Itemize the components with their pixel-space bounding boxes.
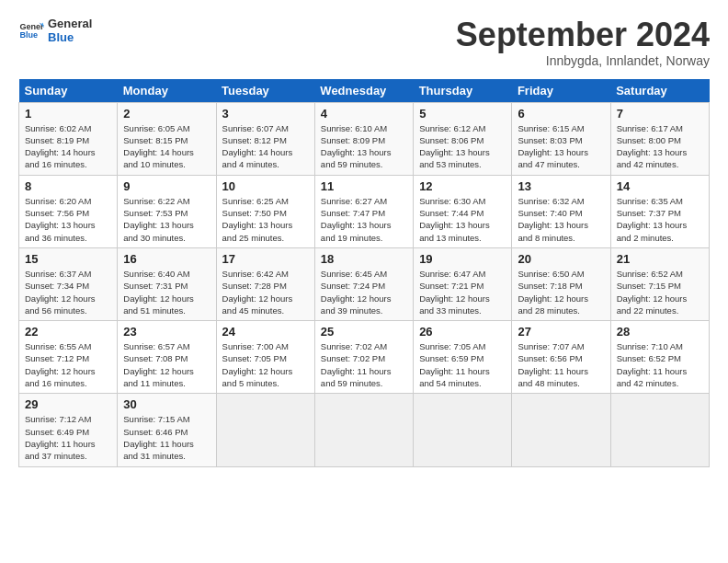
day-info: Sunrise: 6:42 AMSunset: 7:28 PMDaylight:… bbox=[222, 268, 309, 316]
col-thursday: Thursday bbox=[414, 79, 512, 103]
day-number: 16 bbox=[123, 252, 210, 266]
table-row: 27Sunrise: 7:07 AMSunset: 6:56 PMDayligh… bbox=[512, 321, 610, 394]
col-monday: Monday bbox=[118, 79, 216, 103]
day-info: Sunrise: 6:12 AMSunset: 8:06 PMDaylight:… bbox=[419, 122, 506, 171]
table-row: 26Sunrise: 7:05 AMSunset: 6:59 PMDayligh… bbox=[414, 321, 512, 394]
day-info: Sunrise: 6:17 AMSunset: 8:00 PMDaylight:… bbox=[617, 122, 703, 171]
table-row: 29Sunrise: 7:12 AMSunset: 6:49 PMDayligh… bbox=[19, 394, 118, 466]
day-info: Sunrise: 6:50 AMSunset: 7:18 PMDaylight:… bbox=[518, 268, 604, 316]
day-number: 20 bbox=[518, 252, 604, 266]
col-tuesday: Tuesday bbox=[216, 79, 314, 103]
table-row: 18Sunrise: 6:45 AMSunset: 7:24 PMDayligh… bbox=[314, 247, 413, 320]
table-row: 8Sunrise: 6:20 AMSunset: 7:56 PMDaylight… bbox=[19, 175, 118, 247]
table-row: 16Sunrise: 6:40 AMSunset: 7:31 PMDayligh… bbox=[118, 247, 216, 320]
table-row: 19Sunrise: 6:47 AMSunset: 7:21 PMDayligh… bbox=[414, 247, 512, 320]
day-info: Sunrise: 6:52 AMSunset: 7:15 PMDaylight:… bbox=[617, 268, 703, 316]
day-number: 6 bbox=[518, 107, 604, 121]
day-number: 24 bbox=[222, 325, 309, 339]
day-info: Sunrise: 7:15 AMSunset: 6:46 PMDaylight:… bbox=[123, 413, 210, 462]
col-sunday: Sunday bbox=[19, 79, 118, 103]
table-row bbox=[216, 394, 314, 466]
table-row: 30Sunrise: 7:15 AMSunset: 6:46 PMDayligh… bbox=[118, 394, 216, 466]
table-row: 5Sunrise: 6:12 AMSunset: 8:06 PMDaylight… bbox=[414, 102, 512, 175]
day-info: Sunrise: 6:32 AMSunset: 7:40 PMDaylight:… bbox=[518, 195, 604, 244]
day-info: Sunrise: 6:02 AMSunset: 8:19 PMDaylight:… bbox=[25, 122, 111, 171]
title-area: September 2024 Innbygda, Innlandet, Norw… bbox=[456, 17, 710, 68]
day-number: 21 bbox=[617, 252, 703, 266]
day-number: 29 bbox=[25, 397, 111, 411]
table-row: 17Sunrise: 6:42 AMSunset: 7:28 PMDayligh… bbox=[216, 247, 314, 320]
day-info: Sunrise: 6:55 AMSunset: 7:12 PMDaylight:… bbox=[25, 340, 111, 389]
table-row: 22Sunrise: 6:55 AMSunset: 7:12 PMDayligh… bbox=[19, 321, 118, 394]
table-row: 9Sunrise: 6:22 AMSunset: 7:53 PMDaylight… bbox=[118, 175, 216, 247]
day-number: 3 bbox=[222, 107, 309, 121]
day-number: 2 bbox=[123, 107, 210, 121]
table-row: 14Sunrise: 6:35 AMSunset: 7:37 PMDayligh… bbox=[610, 175, 709, 247]
day-info: Sunrise: 6:30 AMSunset: 7:44 PMDaylight:… bbox=[419, 195, 506, 244]
day-info: Sunrise: 6:35 AMSunset: 7:37 PMDaylight:… bbox=[617, 195, 703, 244]
table-row: 15Sunrise: 6:37 AMSunset: 7:34 PMDayligh… bbox=[19, 247, 118, 320]
day-info: Sunrise: 7:02 AMSunset: 7:02 PMDaylight:… bbox=[321, 340, 407, 389]
calendar-table: Sunday Monday Tuesday Wednesday Thursday… bbox=[18, 79, 710, 467]
logo-text-blue: Blue bbox=[48, 30, 92, 44]
day-info: Sunrise: 6:10 AMSunset: 8:09 PMDaylight:… bbox=[321, 122, 407, 171]
day-number: 19 bbox=[419, 252, 506, 266]
day-info: Sunrise: 6:15 AMSunset: 8:03 PMDaylight:… bbox=[518, 122, 604, 171]
day-number: 28 bbox=[617, 325, 703, 339]
table-row bbox=[314, 394, 413, 466]
table-row: 1Sunrise: 6:02 AMSunset: 8:19 PMDaylight… bbox=[19, 102, 118, 175]
table-row: 25Sunrise: 7:02 AMSunset: 7:02 PMDayligh… bbox=[314, 321, 413, 394]
day-number: 18 bbox=[321, 252, 407, 266]
day-info: Sunrise: 7:05 AMSunset: 6:59 PMDaylight:… bbox=[419, 340, 506, 389]
table-row: 2Sunrise: 6:05 AMSunset: 8:15 PMDaylight… bbox=[118, 102, 216, 175]
day-info: Sunrise: 7:12 AMSunset: 6:49 PMDaylight:… bbox=[25, 413, 111, 462]
day-info: Sunrise: 6:05 AMSunset: 8:15 PMDaylight:… bbox=[123, 122, 210, 171]
header: General Blue General Blue September 2024… bbox=[18, 17, 710, 68]
table-row: 7Sunrise: 6:17 AMSunset: 8:00 PMDaylight… bbox=[610, 102, 709, 175]
day-info: Sunrise: 6:40 AMSunset: 7:31 PMDaylight:… bbox=[123, 268, 210, 316]
day-number: 4 bbox=[321, 107, 407, 121]
day-number: 12 bbox=[419, 179, 506, 193]
logo-icon: General Blue bbox=[18, 17, 44, 43]
day-info: Sunrise: 6:07 AMSunset: 8:12 PMDaylight:… bbox=[222, 122, 309, 171]
day-info: Sunrise: 6:45 AMSunset: 7:24 PMDaylight:… bbox=[321, 268, 407, 316]
table-row: 10Sunrise: 6:25 AMSunset: 7:50 PMDayligh… bbox=[216, 175, 314, 247]
day-number: 13 bbox=[518, 179, 604, 193]
day-info: Sunrise: 6:47 AMSunset: 7:21 PMDaylight:… bbox=[419, 268, 506, 316]
table-row: 21Sunrise: 6:52 AMSunset: 7:15 PMDayligh… bbox=[610, 247, 709, 320]
logo: General Blue General Blue bbox=[18, 17, 92, 44]
day-info: Sunrise: 6:37 AMSunset: 7:34 PMDaylight:… bbox=[25, 268, 111, 316]
day-number: 25 bbox=[321, 325, 407, 339]
day-info: Sunrise: 6:25 AMSunset: 7:50 PMDaylight:… bbox=[222, 195, 309, 244]
table-row: 11Sunrise: 6:27 AMSunset: 7:47 PMDayligh… bbox=[314, 175, 413, 247]
day-info: Sunrise: 7:10 AMSunset: 6:52 PMDaylight:… bbox=[617, 340, 703, 389]
day-info: Sunrise: 6:20 AMSunset: 7:56 PMDaylight:… bbox=[25, 195, 111, 244]
day-number: 8 bbox=[25, 179, 111, 193]
day-info: Sunrise: 6:27 AMSunset: 7:47 PMDaylight:… bbox=[321, 195, 407, 244]
day-number: 22 bbox=[25, 325, 111, 339]
table-row bbox=[414, 394, 512, 466]
table-row: 12Sunrise: 6:30 AMSunset: 7:44 PMDayligh… bbox=[414, 175, 512, 247]
day-number: 15 bbox=[25, 252, 111, 266]
day-number: 23 bbox=[123, 325, 210, 339]
svg-text:Blue: Blue bbox=[19, 30, 38, 40]
table-row: 23Sunrise: 6:57 AMSunset: 7:08 PMDayligh… bbox=[118, 321, 216, 394]
col-friday: Friday bbox=[512, 79, 610, 103]
day-number: 26 bbox=[419, 325, 506, 339]
day-info: Sunrise: 7:07 AMSunset: 6:56 PMDaylight:… bbox=[518, 340, 604, 389]
day-number: 7 bbox=[617, 107, 703, 121]
location-subtitle: Innbygda, Innlandet, Norway bbox=[456, 53, 710, 68]
table-row: 24Sunrise: 7:00 AMSunset: 7:05 PMDayligh… bbox=[216, 321, 314, 394]
table-row: 4Sunrise: 6:10 AMSunset: 8:09 PMDaylight… bbox=[314, 102, 413, 175]
table-row: 28Sunrise: 7:10 AMSunset: 6:52 PMDayligh… bbox=[610, 321, 709, 394]
day-info: Sunrise: 7:00 AMSunset: 7:05 PMDaylight:… bbox=[222, 340, 309, 389]
table-row: 3Sunrise: 6:07 AMSunset: 8:12 PMDaylight… bbox=[216, 102, 314, 175]
svg-text:General: General bbox=[19, 22, 44, 31]
day-number: 27 bbox=[518, 325, 604, 339]
day-number: 5 bbox=[419, 107, 506, 121]
day-number: 14 bbox=[617, 179, 703, 193]
day-number: 1 bbox=[25, 107, 111, 121]
table-row: 20Sunrise: 6:50 AMSunset: 7:18 PMDayligh… bbox=[512, 247, 610, 320]
table-row bbox=[610, 394, 709, 466]
day-number: 9 bbox=[123, 179, 210, 193]
